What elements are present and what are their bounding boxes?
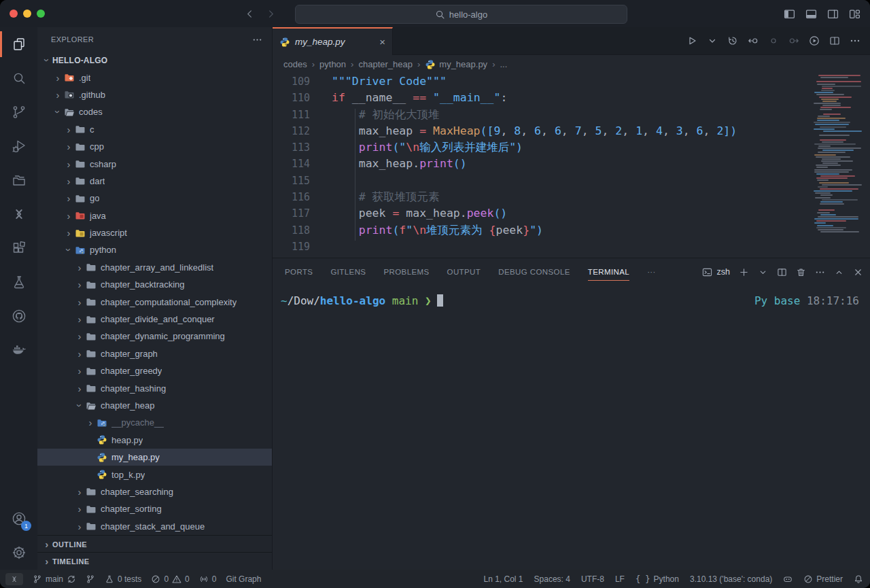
tree-item-top_k.py[interactable]: top_k.py <box>37 466 272 483</box>
zoom-window-button[interactable] <box>37 10 45 18</box>
breadcrumb-...[interactable]: ... <box>500 59 507 69</box>
status-remote-indicator[interactable] <box>5 573 23 585</box>
file-history-button[interactable] <box>727 35 738 46</box>
tree-item-chapter_divide_and_conquer[interactable]: ›chapter_divide_and_conquer <box>37 311 272 328</box>
code-line-116[interactable]: 116 # 获取堆顶元素 <box>273 189 870 205</box>
code-line-110[interactable]: 110if __name__ == "__main__": <box>273 90 870 106</box>
close-tab-button[interactable]: × <box>379 36 385 48</box>
run-or-debug-button[interactable] <box>809 35 820 46</box>
tree-item-chapter_sorting[interactable]: ›chapter_sorting <box>37 500 272 517</box>
code-line-109[interactable]: 109"""Driver Code""" <box>273 73 870 90</box>
activity-bar-project-manager[interactable] <box>0 163 37 197</box>
tree-item-my_heap.py[interactable]: my_heap.py <box>37 449 272 466</box>
status-ports-forwarded[interactable]: 0 <box>199 574 217 584</box>
tab-my-heap-py[interactable]: my_heap.py × <box>273 27 393 55</box>
status-git-branch[interactable]: main <box>33 574 76 584</box>
tree-item-chapter_array_and_linkedlist[interactable]: ›chapter_array_and_linkedlist <box>37 259 272 276</box>
code-line-114[interactable]: 114 max_heap.print() <box>273 156 870 172</box>
shell-icon[interactable] <box>702 267 712 277</box>
timeline-section-header[interactable]: › TIMELINE <box>37 552 272 570</box>
tree-item-cpp[interactable]: ›cpp <box>37 138 272 155</box>
navigate-forward-button[interactable] <box>266 9 276 19</box>
status-git-graph-branch[interactable] <box>86 574 95 584</box>
activity-bar-extensions[interactable] <box>0 231 37 265</box>
tree-item-.git[interactable]: ›.git <box>37 69 272 86</box>
command-center-search[interactable]: hello-algo <box>295 5 627 24</box>
close-window-button[interactable] <box>10 10 18 18</box>
code-line-113[interactable]: 113 print("\n输入列表并建堆后") <box>273 139 870 156</box>
split-editor-button[interactable] <box>829 35 840 46</box>
tree-item-csharp[interactable]: ›csharp <box>37 155 272 172</box>
breadcrumb-python[interactable]: python <box>319 59 346 69</box>
tree-item-chapter_stack_and_queue[interactable]: ›chapter_stack_and_queue <box>37 518 272 535</box>
panel-more-button[interactable] <box>815 267 825 277</box>
activity-bar-testing[interactable] <box>0 265 37 299</box>
tree-item-chapter_heap[interactable]: ›chapter_heap <box>37 397 272 414</box>
activity-bar-docker[interactable] <box>0 333 37 367</box>
status-copilot[interactable] <box>783 574 793 584</box>
status-notifications-bell[interactable] <box>854 574 863 584</box>
tree-item-go[interactable]: ›go <box>37 190 272 207</box>
status-language-mode[interactable]: { }Python <box>636 574 679 584</box>
panel-tab-output[interactable]: OUTPUT <box>447 258 481 286</box>
tree-item-chapter_dynamic_programming[interactable]: ›chapter_dynamic_programming <box>37 328 272 345</box>
activity-bar-remote-explorer[interactable] <box>0 197 37 231</box>
tree-item-HELLO-ALGO[interactable]: ›HELLO-ALGO <box>37 52 272 69</box>
status-encoding[interactable]: UTF-8 <box>581 574 604 584</box>
panel-tab-debug-console[interactable]: DEBUG CONSOLE <box>498 258 570 286</box>
tree-item-chapter_greedy[interactable]: ›chapter_greedy <box>37 362 272 379</box>
activity-bar-search[interactable] <box>0 61 37 95</box>
breadcrumb-my_heap.py[interactable]: my_heap.py <box>425 59 487 70</box>
tree-item-chapter_backtracking[interactable]: ›chapter_backtracking <box>37 276 272 293</box>
breadcrumb-chapter_heap[interactable]: chapter_heap <box>358 59 413 69</box>
status-git-graph[interactable]: Git Graph <box>226 574 261 584</box>
tree-item-chapter_computational_complexity[interactable]: ›chapter_computational_complexity <box>37 293 272 310</box>
status-problems[interactable]: 00 <box>151 574 189 584</box>
maximize-panel-button[interactable] <box>834 267 844 277</box>
code-line-112[interactable]: 112 max_heap = MaxHeap([9, 8, 6, 6, 7, 5… <box>273 123 870 139</box>
status-tests[interactable]: 0 tests <box>105 574 141 584</box>
minimap[interactable] <box>814 75 867 238</box>
tree-item-__pycache__[interactable]: ›__pycache__ <box>37 414 272 431</box>
panel-tab-ports[interactable]: PORTS <box>285 258 313 286</box>
split-terminal-button[interactable] <box>777 267 787 277</box>
status-python-interpreter[interactable]: 3.10.13 ('base': conda) <box>690 574 772 584</box>
minimize-window-button[interactable] <box>23 10 31 18</box>
customize-layout-button[interactable] <box>849 8 860 20</box>
tree-item-javascript[interactable]: ›javascript <box>37 224 272 241</box>
panel-tab-gitlens[interactable]: GITLENS <box>330 258 366 286</box>
toggle-secondary-sidebar-button[interactable] <box>827 8 839 20</box>
tree-item-c[interactable]: ›c <box>37 121 272 138</box>
new-terminal-button[interactable] <box>739 267 749 277</box>
outline-section-header[interactable]: › OUTLINE <box>37 535 272 553</box>
tree-item-chapter_searching[interactable]: ›chapter_searching <box>37 483 272 500</box>
close-panel-button[interactable] <box>853 267 863 277</box>
navigate-back-button[interactable] <box>245 9 255 19</box>
activity-bar-accounts[interactable]: 1 <box>0 502 37 536</box>
panel-tab-terminal[interactable]: TERMINAL <box>588 258 629 286</box>
run-python-file-button[interactable] <box>686 35 697 46</box>
activity-bar-explorer[interactable] <box>0 27 37 61</box>
tree-item-chapter_hashing[interactable]: ›chapter_hashing <box>37 379 272 396</box>
more-actions-button[interactable] <box>850 35 860 46</box>
code-line-119[interactable]: 119 <box>273 239 870 255</box>
status-eol[interactable]: LF <box>615 574 625 584</box>
code-line-118[interactable]: 118 print(f"\n堆顶元素为 {peek}") <box>273 222 870 239</box>
kill-terminal-button[interactable] <box>796 267 806 277</box>
breadcrumb-codes[interactable]: codes <box>283 59 307 69</box>
terminal-dropdown[interactable] <box>758 267 768 277</box>
code-line-111[interactable]: 111 # 初始化大顶堆 <box>273 107 870 123</box>
terminal[interactable]: ~/Dow/hello-algo main ❯ Py base 18:17:16 <box>273 286 870 307</box>
panel-tab-problems[interactable]: PROBLEMS <box>383 258 429 286</box>
run-dropdown[interactable] <box>707 35 718 46</box>
code-editor[interactable]: 109"""Driver Code"""110if __name__ == "_… <box>273 73 870 258</box>
activity-bar-source-control[interactable] <box>0 95 37 129</box>
status-prettier[interactable]: Prettier <box>803 574 843 584</box>
tree-item-chapter_graph[interactable]: ›chapter_graph <box>37 345 272 362</box>
activity-bar-settings[interactable] <box>0 536 37 570</box>
open-changes-button[interactable] <box>748 35 759 46</box>
tree-item-codes[interactable]: ›codes <box>37 103 272 120</box>
activity-bar-github[interactable] <box>0 299 37 333</box>
panel-tab--[interactable]: ··· <box>647 258 656 286</box>
code-line-117[interactable]: 117 peek = max_heap.peek() <box>273 205 870 222</box>
